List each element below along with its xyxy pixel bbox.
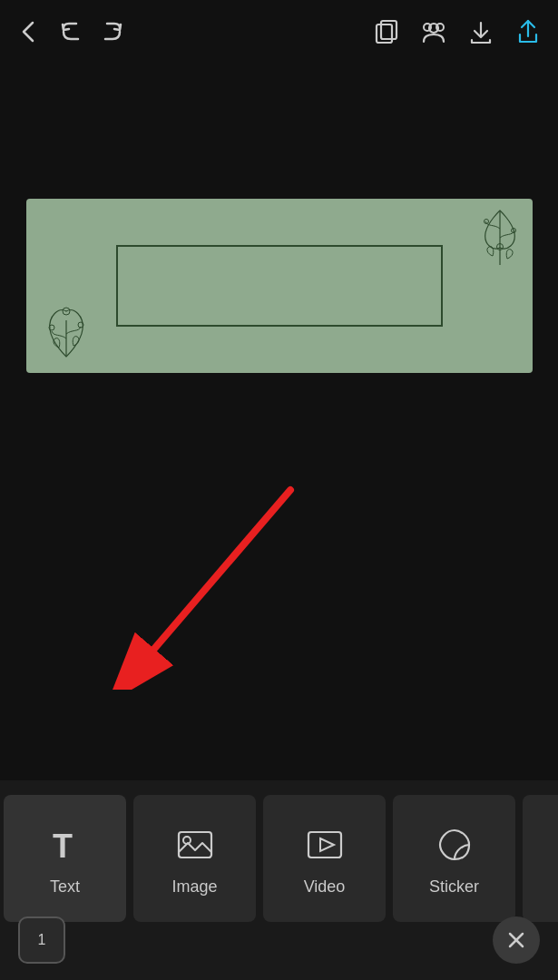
canvas-area <box>0 64 558 508</box>
tool-image[interactable]: Image <box>133 795 256 922</box>
bottom-actions: 1 <box>0 916 558 964</box>
undo-button[interactable] <box>58 19 83 44</box>
floral-left-decoration <box>34 293 99 366</box>
download-button[interactable] <box>467 18 494 45</box>
text-label: Text <box>50 877 80 897</box>
page-counter[interactable]: 1 <box>18 916 65 964</box>
sticker-icon <box>431 821 478 868</box>
tool-illus[interactable]: Illu... <box>523 795 558 922</box>
svg-line-12 <box>154 490 290 649</box>
back-button[interactable] <box>16 19 42 44</box>
copy-button[interactable] <box>373 18 400 45</box>
red-arrow-annotation <box>73 481 308 690</box>
top-toolbar <box>0 0 558 64</box>
tool-items-list: T Text Image Video <box>0 780 558 927</box>
svg-marker-17 <box>320 838 334 851</box>
svg-rect-14 <box>179 832 211 858</box>
avatar-button[interactable] <box>420 18 447 45</box>
tool-video[interactable]: Video <box>263 795 386 922</box>
tool-text[interactable]: T Text <box>4 795 126 922</box>
toolbar-right <box>373 18 542 45</box>
floral-right-decoration <box>475 206 525 271</box>
design-card[interactable] <box>26 199 533 373</box>
redo-button[interactable] <box>100 19 125 44</box>
close-button[interactable] <box>493 916 540 964</box>
video-label: Video <box>304 877 346 897</box>
toolbar-left <box>16 19 125 44</box>
image-label: Image <box>171 877 217 897</box>
text-box[interactable] <box>116 245 443 327</box>
tool-sticker[interactable]: Sticker <box>393 795 515 922</box>
page-number: 1 <box>38 932 46 948</box>
svg-rect-16 <box>308 832 341 858</box>
sticker-label: Sticker <box>429 877 479 897</box>
share-button[interactable] <box>514 18 542 45</box>
svg-text:T: T <box>53 828 73 865</box>
image-icon <box>171 821 219 868</box>
video-icon <box>301 821 348 868</box>
text-icon: T <box>42 821 89 868</box>
bottom-toolbar: T Text Image Video <box>0 780 558 980</box>
